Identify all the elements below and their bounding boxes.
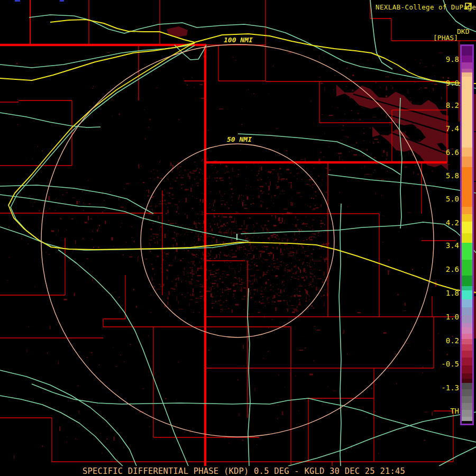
scale-tick-label: 9.0 bbox=[435, 79, 459, 87]
color-scale-segment bbox=[462, 396, 472, 403]
scale-tick-label: 1.0 bbox=[435, 313, 459, 321]
color-scale-segment bbox=[462, 358, 472, 365]
scale-tick-label: 4.2 bbox=[435, 218, 459, 227]
scale-tick-label: -0.5 bbox=[435, 360, 459, 368]
cod-logo-icon bbox=[465, 3, 472, 10]
scale-tick-label: 5.8 bbox=[435, 171, 459, 180]
scale-tick-label: TH bbox=[435, 407, 459, 415]
color-scale-segment bbox=[462, 299, 472, 307]
color-scale-segment bbox=[462, 77, 472, 148]
scale-tick-label: 0.2 bbox=[435, 336, 459, 345]
color-scale-segment bbox=[462, 323, 472, 327]
color-scale-segment bbox=[462, 307, 472, 315]
color-scale-segment bbox=[462, 365, 472, 373]
color-scale-segment bbox=[462, 157, 472, 167]
color-scale-segment bbox=[462, 339, 472, 344]
color-scale-segment bbox=[462, 410, 472, 417]
range-ring-label-100: 100 NMI bbox=[224, 36, 253, 44]
color-scale-segment bbox=[462, 327, 472, 334]
color-scale-segment bbox=[462, 233, 472, 243]
color-scale-segment bbox=[462, 243, 472, 260]
color-scale-segment bbox=[462, 260, 472, 276]
scale-tick-label: 1.8 bbox=[435, 289, 459, 297]
scale-tick-label: 7.4 bbox=[435, 124, 459, 133]
status-bar: SPECIFIC DIFFERENTIAL PHASE (KDP) 0.5 DE… bbox=[0, 466, 476, 476]
color-scale-segment bbox=[462, 222, 472, 233]
scale-tick-label: -1.3 bbox=[435, 383, 459, 392]
color-scale-segment bbox=[462, 403, 472, 410]
color-scale-segment bbox=[462, 351, 472, 358]
color-scale-segment bbox=[462, 383, 472, 389]
product-code-label: DKD bbox=[457, 28, 469, 35]
color-scale bbox=[460, 44, 474, 425]
scale-tick-label: 6.6 bbox=[435, 148, 459, 157]
color-scale-segment bbox=[462, 379, 472, 383]
color-scale-segment bbox=[462, 417, 472, 421]
color-scale-segment bbox=[462, 290, 472, 299]
color-scale-segment bbox=[462, 69, 472, 72]
color-scale-segment bbox=[462, 315, 472, 323]
color-scale-segment bbox=[462, 373, 472, 379]
scale-tick-label: 2.6 bbox=[435, 265, 459, 273]
range-ring-label-50: 50 NMI bbox=[227, 135, 252, 143]
color-scale-segment bbox=[462, 344, 472, 351]
color-scale-segment bbox=[462, 421, 472, 424]
color-scale-segment bbox=[462, 148, 472, 157]
status-text: SPECIFIC DIFFERENTIAL PHASE (KDP) 0.5 DE… bbox=[83, 466, 405, 476]
color-scale-segment bbox=[462, 62, 472, 69]
color-scale-segment bbox=[462, 167, 472, 207]
scale-tick-label: 8.2 bbox=[435, 101, 459, 109]
color-scale-segment bbox=[462, 276, 472, 286]
scale-tick-label: 9.8 bbox=[435, 55, 459, 63]
color-scale-segment bbox=[462, 389, 472, 396]
page-title: NEXLAB-College of DuPage bbox=[376, 3, 476, 11]
color-scale-segment bbox=[462, 286, 472, 290]
color-scale-segment bbox=[462, 214, 472, 222]
scale-tick-label: 5.0 bbox=[435, 195, 459, 203]
color-scale-segment bbox=[462, 334, 472, 339]
color-scale-segment bbox=[462, 46, 472, 56]
units-label: [PHAS] bbox=[433, 34, 458, 42]
color-scale-segment bbox=[462, 207, 472, 214]
radar-map bbox=[0, 0, 476, 476]
color-scale-segment bbox=[462, 56, 472, 62]
radar-viewer: NEXLAB-College of DuPage DKD [PHAS] 100 … bbox=[0, 0, 476, 476]
color-scale-segment bbox=[462, 72, 472, 77]
scale-tick-label: 3.4 bbox=[435, 241, 459, 250]
